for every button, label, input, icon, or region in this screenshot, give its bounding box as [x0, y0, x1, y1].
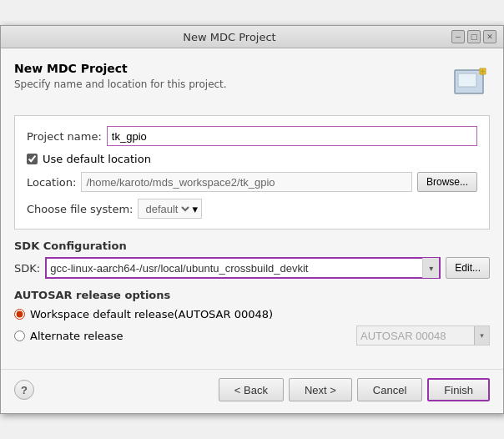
sdk-select[interactable]: gcc-linux-aarch64-/usr/local/ubuntu_cros…: [47, 258, 422, 278]
project-name-input[interactable]: [107, 126, 477, 146]
autosar-select-wrapper: AUTOSAR 00048 ▾: [356, 325, 490, 346]
header-section: New MDC Project Specify name and locatio…: [14, 62, 490, 103]
use-default-location-row: Use default location: [27, 153, 477, 165]
project-name-section: Project name: Use default location Locat…: [14, 115, 490, 230]
autosar-select: AUTOSAR 00048: [357, 326, 474, 345]
button-bar: ? < Back Next > Cancel Finish: [1, 369, 503, 413]
location-row: Location: Browse...: [27, 172, 477, 192]
window-controls: − □ ✕: [451, 30, 496, 43]
filesystem-select-wrapper: default ▾: [138, 199, 202, 219]
filesystem-label: Choose file system:: [27, 203, 133, 215]
workspace-default-radio-row: Workspace default release(AUTOSAR 00048): [14, 308, 490, 320]
cancel-button[interactable]: Cancel: [357, 378, 422, 401]
dialog-subtitle: Specify name and location for this proje…: [14, 78, 448, 90]
autosar-section-label: AUTOSAR release options: [14, 289, 490, 301]
title-bar: New MDC Project − □ ✕: [1, 26, 503, 48]
sdk-section-label: SDK Configuration: [14, 240, 490, 252]
minimize-button[interactable]: −: [451, 30, 465, 43]
maximize-button[interactable]: □: [467, 30, 481, 43]
svg-rect-1: [458, 73, 476, 87]
alternate-release-row: Alternate release AUTOSAR 00048 ▾: [14, 325, 490, 346]
sdk-select-wrapper: gcc-linux-aarch64-/usr/local/ubuntu_cros…: [45, 257, 441, 279]
workspace-default-label: Workspace default release(AUTOSAR 00048): [30, 308, 273, 320]
use-default-location-checkbox[interactable]: [27, 154, 38, 164]
back-button[interactable]: < Back: [219, 378, 284, 401]
sdk-section: SDK Configuration SDK: gcc-linux-aarch64…: [14, 240, 490, 279]
location-label: Location:: [27, 176, 76, 189]
mdc-project-icon: [448, 62, 490, 103]
sdk-label: SDK:: [14, 262, 40, 275]
workspace-default-radio[interactable]: [14, 309, 25, 320]
dialog-title: New MDC Project: [14, 62, 448, 75]
sdk-dropdown-arrow-icon: ▾: [422, 258, 439, 278]
location-input[interactable]: [81, 172, 412, 192]
autosar-section: AUTOSAR release options Workspace defaul…: [14, 289, 490, 346]
close-button[interactable]: ✕: [483, 30, 496, 43]
browse-button[interactable]: Browse...: [417, 172, 477, 192]
dialog-content: New MDC Project Specify name and locatio…: [1, 48, 503, 369]
window-title: New MDC Project: [8, 31, 451, 43]
alternate-release-label: Alternate release: [30, 330, 123, 342]
dialog-window: New MDC Project − □ ✕ New MDC Project Sp…: [0, 25, 504, 414]
project-name-label: Project name:: [27, 130, 102, 143]
filesystem-select[interactable]: default: [142, 199, 192, 218]
filesystem-arrow-icon: ▾: [192, 203, 198, 215]
edit-sdk-button[interactable]: Edit...: [446, 257, 490, 279]
autosar-arrow-icon: ▾: [474, 326, 489, 345]
next-button[interactable]: Next >: [289, 378, 352, 401]
project-name-row: Project name:: [27, 126, 477, 146]
filesystem-row: Choose file system: default ▾: [27, 199, 477, 219]
header-text: New MDC Project Specify name and locatio…: [14, 62, 448, 90]
sdk-row: SDK: gcc-linux-aarch64-/usr/local/ubuntu…: [14, 257, 490, 279]
help-button[interactable]: ?: [14, 380, 34, 400]
use-default-location-label: Use default location: [43, 153, 151, 165]
alternate-release-radio[interactable]: [14, 331, 25, 341]
finish-button[interactable]: Finish: [427, 378, 490, 401]
